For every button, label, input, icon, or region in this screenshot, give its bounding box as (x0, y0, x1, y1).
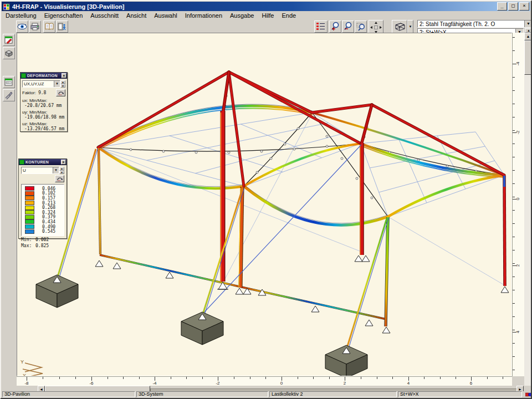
ruler-tick (440, 377, 441, 379)
ruler-tick (139, 377, 140, 379)
maximize-button[interactable]: □ (508, 2, 518, 11)
title-bar: 4H-FRAP - Visualisierung [3D-Pavilion] _… (2, 2, 530, 11)
vertical-scroll-thumb[interactable] (524, 40, 532, 75)
menu-item-ansicht[interactable]: Ansicht (122, 12, 150, 19)
ruler-label: 0 (515, 198, 520, 200)
min-label: Min: (21, 237, 35, 242)
deformation-row-value: -13.29/46.57 mm (22, 126, 65, 131)
menu-item-eigenschaften[interactable]: Eigenschaften (40, 12, 87, 19)
scale-row: 0.213 (23, 201, 63, 206)
ruler-tick (456, 377, 456, 379)
loadcase-combo[interactable]: 2: Stahl Tragfähigkeit (Th. 2. O ▼ (417, 20, 532, 28)
scale-color-swatch (25, 210, 34, 214)
scale-row: 0.046 (23, 186, 63, 191)
ruler-tick (513, 330, 515, 330)
deformation-values: ux: Min/Max:-20.8/20.67 mmuy: Min/Max:-1… (22, 98, 65, 131)
print-button[interactable] (29, 21, 41, 33)
ruler-tick (513, 130, 515, 131)
menu-item-darstellung[interactable]: Darstellung (2, 12, 40, 19)
menu-item-auswahl[interactable]: Auswahl (150, 12, 181, 19)
roof-cables (98, 72, 504, 217)
ruler-tick (202, 377, 203, 379)
ruler-tick (123, 377, 124, 379)
scale-row: 0.490 (23, 224, 63, 229)
minimize-button[interactable]: _ (497, 2, 507, 11)
scale-value: 0.545 (42, 229, 55, 234)
support-symbols (53, 255, 509, 354)
scale-color-swatch (25, 201, 34, 205)
side-toolbar (1, 33, 17, 391)
scale-row: 0.434 (23, 219, 63, 224)
ruler-tick (75, 377, 76, 379)
status-bar: 3D-Pavilion3D-SystemLastkollektiv 2St+W>… (1, 391, 532, 398)
zoom-out-button[interactable] (342, 21, 354, 33)
faktor-value: 9.8 (38, 90, 46, 95)
view-cube-dropdown[interactable]: ▼ (407, 20, 413, 33)
ruler-tick (345, 377, 345, 381)
apply-button[interactable] (56, 89, 65, 96)
chevron-down-icon[interactable]: ▼ (524, 21, 532, 27)
result-tree-button[interactable] (314, 21, 328, 33)
pliers-icon (4, 91, 13, 100)
exit-button[interactable] (56, 21, 68, 33)
ruler-tick (513, 117, 515, 117)
chevron-down-icon[interactable]: ▼ (54, 81, 60, 87)
menu-item-ausgabe[interactable]: Ausgabe (226, 12, 258, 19)
ruler-tick (487, 377, 488, 379)
konturen-combo[interactable]: U ▼ (21, 167, 59, 174)
view-options-button[interactable] (16, 21, 28, 33)
ruler-label: -2 (216, 381, 219, 386)
vertical-ruler: -4-2024 (512, 33, 524, 376)
ruler-tick (513, 290, 515, 290)
konturen-palette: KONTUREN × U ▼ ▲▼ 0.0460.1020.1570.2130.… (18, 158, 67, 239)
ruler-tick (298, 377, 298, 379)
menu-item-ausschnitt[interactable]: Ausschnitt (86, 12, 122, 19)
apply-button[interactable] (55, 175, 64, 182)
deformation-palette-titlebar[interactable]: DEFORMATION × (21, 73, 67, 79)
menu-item-hilfe[interactable]: Hilfe (258, 12, 278, 19)
close-icon[interactable]: × (62, 73, 66, 78)
ruler-tick (513, 237, 515, 237)
ruler-tick (313, 377, 314, 379)
zoom-window-button[interactable] (355, 21, 367, 33)
close-button[interactable]: × (519, 2, 529, 11)
zoom-in-icon (330, 22, 340, 32)
tools-button[interactable] (3, 89, 15, 101)
report-button[interactable] (43, 21, 55, 33)
scale-color-swatch (25, 219, 34, 224)
horizontal-ruler: -8-6-4-20246 (17, 376, 512, 386)
turnbuckle-marks (130, 84, 477, 199)
konturen-palette-titlebar[interactable]: KONTUREN × (19, 159, 66, 165)
view-cube-button[interactable] (392, 20, 407, 33)
status-icon (525, 392, 532, 398)
ruler-tick (424, 377, 424, 379)
viewport-3d[interactable]: Y X DEFORMATION × UX,UY,UZ ▼ ▲▼ (17, 33, 512, 376)
ruler-tick (503, 377, 503, 379)
ruler-tick (377, 377, 377, 379)
ruler-tick (513, 50, 515, 51)
x-axis-label: X (23, 373, 26, 376)
chevron-down-icon[interactable]: ▼ (53, 167, 59, 173)
konturen-spinner[interactable]: ▲▼ (59, 167, 64, 174)
deformation-row-label: uy: Min/Max: (22, 110, 65, 115)
menu-item-ende[interactable]: Ende (278, 12, 300, 19)
vertical-scrollbar[interactable]: ▲ ▼ (524, 33, 532, 393)
solid-view-button[interactable] (3, 47, 15, 59)
deformation-combo[interactable]: UX,UY,UZ ▼ (22, 80, 60, 88)
scroll-up-icon[interactable]: ▲ (524, 33, 532, 40)
scale-row: 0.324 (23, 210, 63, 215)
ruler-tick (471, 377, 472, 381)
ruler-tick (513, 263, 515, 264)
ruler-label: -6 (89, 381, 93, 386)
edit-panel-button[interactable] (3, 34, 15, 46)
scale-color-swatch (25, 206, 34, 210)
ruler-tick (513, 210, 515, 211)
ruler-tick (513, 170, 515, 171)
ruler-tick (234, 377, 234, 379)
zoom-in-button[interactable] (329, 21, 341, 33)
value-panel-button[interactable] (3, 76, 15, 88)
ruler-tick (329, 377, 330, 379)
deformation-spinner[interactable]: ▲▼ (60, 80, 65, 88)
close-icon[interactable]: × (61, 160, 66, 165)
menu-item-informationen[interactable]: Informationen (181, 12, 226, 19)
